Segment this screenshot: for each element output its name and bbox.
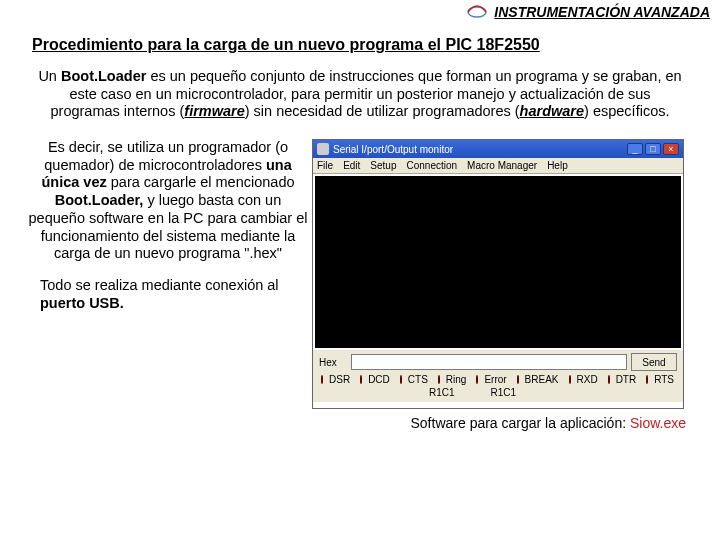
bottom-panel: Hex Send DSR DCD CTS Ring Error BREAK RX… bbox=[313, 350, 683, 402]
close-button[interactable]: × bbox=[663, 143, 679, 155]
left-column: Es decir, se utiliza un programador (o q… bbox=[28, 139, 308, 326]
intro-paragraph: Un Boot.Loader es un pequeño conjunto de… bbox=[34, 68, 686, 121]
led-icon bbox=[321, 375, 323, 384]
menu-bar: File Edit Setup Connection Macro Manager… bbox=[313, 158, 683, 174]
led-icon bbox=[400, 375, 402, 384]
maximize-button[interactable]: □ bbox=[645, 143, 661, 155]
menu-item[interactable]: File bbox=[317, 160, 333, 171]
menu-item[interactable]: Help bbox=[547, 160, 568, 171]
led-icon bbox=[438, 375, 440, 384]
window-title: Serial I/port/Output monitor bbox=[333, 144, 453, 155]
menu-item[interactable]: Macro Manager bbox=[467, 160, 537, 171]
led-icon bbox=[646, 375, 648, 384]
led-icon bbox=[360, 375, 362, 384]
rx-counter: R1C1 bbox=[429, 387, 455, 398]
window-titlebar: Serial I/port/Output monitor _ □ × bbox=[313, 140, 683, 158]
hex-input[interactable] bbox=[351, 354, 627, 370]
led-icon bbox=[517, 375, 519, 384]
led-icon bbox=[608, 375, 610, 384]
logo-icon bbox=[466, 4, 488, 20]
section-title: Procedimiento para la carga de un nuevo … bbox=[32, 36, 720, 54]
app-screenshot: Serial I/port/Output monitor _ □ × File … bbox=[312, 139, 684, 409]
minimize-button[interactable]: _ bbox=[627, 143, 643, 155]
usb-paragraph: Todo se realiza mediante conexión al pue… bbox=[40, 277, 308, 312]
menu-item[interactable]: Edit bbox=[343, 160, 360, 171]
led-icon bbox=[569, 375, 571, 384]
hex-label: Hex bbox=[319, 357, 347, 368]
tx-counter: R1C1 bbox=[491, 387, 517, 398]
app-icon bbox=[317, 143, 329, 155]
explain-paragraph: Es decir, se utiliza un programador (o q… bbox=[28, 139, 308, 263]
header-title: INSTRUMENTACIÓN AVANZADA bbox=[494, 4, 710, 20]
led-icon bbox=[476, 375, 478, 384]
menu-item[interactable]: Connection bbox=[407, 160, 458, 171]
status-led-row: DSR DCD CTS Ring Error BREAK RXD DTR RTS bbox=[319, 374, 677, 385]
terminal-area[interactable] bbox=[315, 176, 681, 348]
screenshot-caption: Software para cargar la aplicación: Siow… bbox=[0, 415, 686, 431]
send-button[interactable]: Send bbox=[631, 353, 677, 371]
menu-item[interactable]: Setup bbox=[370, 160, 396, 171]
